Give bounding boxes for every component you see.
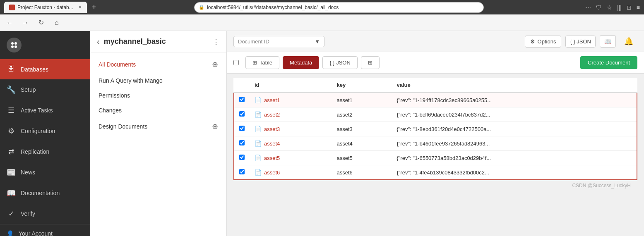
run-query-label: Run A Query with Mango: [99, 77, 163, 84]
db-nav-changes[interactable]: Changes: [90, 103, 226, 118]
data-table: id key value 📄asset1asset1{"rev": "1-194…: [233, 78, 637, 180]
new-tab-icon[interactable]: +: [92, 3, 96, 12]
reader-icon[interactable]: ⊡: [627, 4, 632, 11]
json-label: { } JSON: [570, 38, 591, 45]
permissions-label: Permissions: [99, 92, 130, 99]
top-toolbar: Document ID ▼ ⚙ Options { } JSON 📖 🔔: [227, 31, 644, 52]
sidebar-item-verify-label: Verify: [21, 210, 35, 217]
sidebar-item-verify[interactable]: ✓ Verify: [0, 203, 90, 224]
bell-button[interactable]: 🔔: [620, 34, 637, 48]
doc-link-5[interactable]: 📄asset6: [255, 169, 327, 176]
bell-icon: 🔔: [624, 37, 633, 45]
menu-icon[interactable]: ≡: [637, 4, 640, 11]
db-nav-design-documents[interactable]: Design Documents ⊕: [90, 118, 226, 135]
browser-tab[interactable]: Project Fauxton - datab... ✕: [4, 2, 87, 13]
browser-chrome: Project Fauxton - datab... ✕ + 🔒 localho…: [0, 0, 644, 14]
shield-icon[interactable]: 🛡: [596, 4, 602, 11]
db-header: ‹ mychannel_basic ⋮: [90, 31, 226, 52]
sidebar-item-news-label: News: [21, 169, 35, 176]
doc-link-4[interactable]: 📄asset5: [255, 155, 327, 161]
sidebar-item-replication-label: Replication: [21, 148, 49, 155]
tab-metadata[interactable]: Metadata: [283, 56, 319, 69]
row-checkbox-5[interactable]: [239, 169, 245, 174]
cell-value-3: {"rev": "1-b4601fee937265fad824963...: [392, 136, 637, 151]
row-checkbox-3[interactable]: [239, 140, 245, 145]
options-label: Options: [538, 38, 556, 45]
active-tasks-icon: ☰: [7, 106, 16, 115]
json-toggle-button[interactable]: { } JSON: [565, 36, 596, 48]
db-nav: All Documents ⊕ Run A Query with Mango P…: [90, 52, 226, 138]
sidebar: 🗄 Databases 🔧 Setup ☰ Active Tasks ⚙ Con…: [0, 31, 90, 236]
sidebar-item-documentation[interactable]: 📖 Documentation: [0, 183, 90, 203]
library-icon[interactable]: |||: [617, 4, 622, 11]
table-header: id key value: [234, 78, 637, 93]
cell-key-1: asset2: [332, 107, 392, 122]
tab-table[interactable]: ⊞ Table: [245, 56, 279, 69]
bookmarks-icon[interactable]: ⋯: [585, 4, 591, 11]
tab-close-icon[interactable]: ✕: [78, 5, 82, 10]
sidebar-item-news[interactable]: 📰 News: [0, 162, 90, 183]
sidebar-item-configuration[interactable]: ⚙ Configuration: [0, 121, 90, 141]
svg-point-2: [11, 45, 14, 48]
db-menu-button[interactable]: ⋮: [212, 37, 220, 46]
sidebar-logo: [0, 31, 90, 59]
sidebar-item-active-tasks-label: Active Tasks: [21, 107, 53, 114]
tab-json[interactable]: { } JSON: [322, 56, 358, 69]
sidebar-item-active-tasks[interactable]: ☰ Active Tasks: [0, 100, 90, 121]
doc-link-2[interactable]: 📄asset3: [255, 126, 327, 132]
doc-file-icon: 📄: [255, 111, 262, 118]
design-documents-add-icon[interactable]: ⊕: [212, 122, 218, 131]
options-button[interactable]: ⚙ Options: [525, 36, 562, 48]
columns-tab-icon: ⊞: [368, 60, 372, 66]
home-button[interactable]: ⌂: [51, 17, 62, 28]
sidebar-item-databases[interactable]: 🗄 Databases: [0, 59, 90, 79]
doc-id-selector[interactable]: Document ID ▼: [233, 36, 324, 47]
doc-link-1[interactable]: 📄asset2: [255, 111, 327, 118]
view-tabs: ⊞ Table Metadata { } JSON ⊞ Create Docum…: [227, 52, 644, 74]
forward-button[interactable]: →: [20, 17, 31, 28]
column-icon-button[interactable]: 📖: [600, 35, 616, 48]
th-key: key: [332, 78, 392, 93]
table-tab-label: Table: [260, 60, 272, 66]
tab-columns[interactable]: ⊞: [361, 56, 380, 69]
select-all-checkbox[interactable]: [233, 60, 239, 65]
create-doc-label: Create Document: [588, 60, 630, 66]
db-nav-permissions[interactable]: Permissions: [90, 88, 226, 103]
sidebar-item-setup[interactable]: 🔧 Setup: [0, 79, 90, 100]
row-checkbox-4[interactable]: [239, 155, 245, 160]
doc-link-0[interactable]: 📄asset1: [255, 97, 327, 103]
db-back-button[interactable]: ‹: [97, 37, 100, 46]
back-button[interactable]: ←: [4, 17, 15, 28]
row-checkbox-2[interactable]: [239, 126, 245, 131]
design-documents-label: Design Documents: [99, 123, 147, 130]
browser-actions: ⋯ 🛡 ☆ ||| ⊡ ≡: [585, 4, 640, 11]
cell-value-0: {"rev": "1-194ff178cdc3ec89665a0255...: [392, 93, 637, 107]
star-icon[interactable]: ☆: [607, 4, 612, 11]
db-title: mychannel_basic: [104, 37, 208, 46]
row-checkbox-0[interactable]: [239, 97, 245, 102]
cell-key-2: asset3: [332, 122, 392, 136]
svg-point-0: [11, 42, 14, 45]
all-documents-add-icon[interactable]: ⊕: [212, 60, 218, 69]
th-id: id: [250, 78, 332, 93]
doc-file-icon: 📄: [255, 169, 262, 176]
db-nav-all-documents[interactable]: All Documents ⊕: [90, 56, 226, 73]
address-bar[interactable]: 🔒 localhost:5984/_utils/#database/mychan…: [194, 2, 484, 13]
tab-favicon: [9, 5, 15, 10]
doc-id-placeholder: Document ID: [238, 38, 269, 45]
metadata-tab-label: Metadata: [290, 60, 312, 66]
db-nav-run-query[interactable]: Run A Query with Mango: [90, 73, 226, 88]
main-content: Document ID ▼ ⚙ Options { } JSON 📖 🔔 ⊞: [227, 31, 644, 236]
sidebar-item-databases-label: Databases: [21, 66, 48, 73]
row-checkbox-1[interactable]: [239, 111, 245, 117]
doc-link-3[interactable]: 📄asset4: [255, 140, 327, 147]
refresh-button[interactable]: ↻: [36, 17, 46, 28]
table-row: 📄asset5asset5{"rev": "1-6550773a58bd23ac…: [234, 151, 637, 165]
sidebar-footer-account[interactable]: 👤 Your Account: [0, 224, 90, 236]
watermark: CSDN @Success_LuckyH: [233, 180, 637, 191]
create-document-button[interactable]: Create Document: [580, 56, 637, 69]
sidebar-item-replication[interactable]: ⇄ Replication: [0, 141, 90, 162]
databases-icon: 🗄: [7, 65, 16, 74]
cell-key-0: asset1: [332, 93, 392, 107]
th-value: value: [392, 78, 637, 93]
